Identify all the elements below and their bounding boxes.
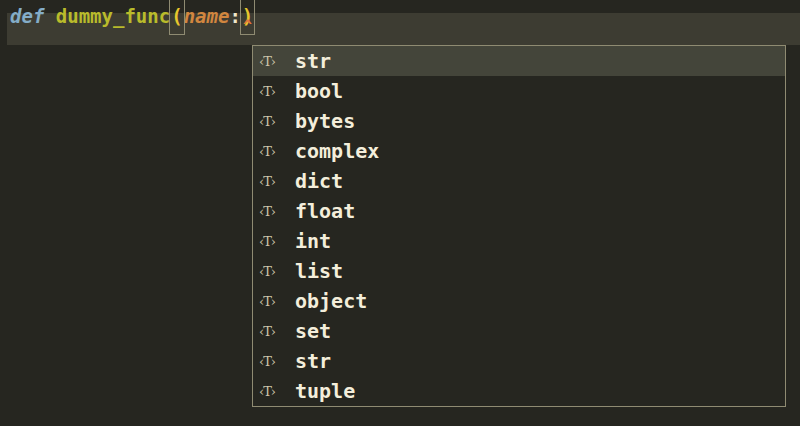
autocomplete-item-label: object — [295, 289, 367, 313]
code-token-punct: : — [229, 0, 240, 32]
autocomplete-item-label: str — [295, 49, 331, 73]
type-kind-icon: ‹T› — [259, 384, 287, 399]
autocomplete-item-label: bool — [295, 79, 343, 103]
code-token-function: dummy_func — [56, 0, 170, 32]
type-kind-icon: ‹T› — [259, 204, 287, 219]
type-kind-icon: ‹T› — [259, 234, 287, 249]
code-token-paren: ( — [170, 0, 183, 34]
code-line[interactable]: def dummy_func(name:)^ — [10, 0, 254, 32]
autocomplete-item[interactable]: ‹T›tuple — [253, 376, 785, 406]
code-token-keyword: def — [10, 0, 44, 32]
autocomplete-popup: ‹T›str‹T›bool‹T›bytes‹T›complex‹T›dict‹T… — [252, 45, 786, 407]
type-kind-icon: ‹T› — [259, 84, 287, 99]
type-kind-icon: ‹T› — [259, 114, 287, 129]
autocomplete-item[interactable]: ‹T›set — [253, 316, 785, 346]
type-kind-icon: ‹T› — [259, 324, 287, 339]
autocomplete-item-label: set — [295, 319, 331, 343]
autocomplete-item-label: int — [295, 229, 331, 253]
autocomplete-item[interactable]: ‹T›bool — [253, 76, 785, 106]
autocomplete-item[interactable]: ‹T›bytes — [253, 106, 785, 136]
autocomplete-item[interactable]: ‹T›float — [253, 196, 785, 226]
autocomplete-item-label: complex — [295, 139, 379, 163]
autocomplete-item-label: bytes — [295, 109, 355, 133]
autocomplete-item[interactable]: ‹T›int — [253, 226, 785, 256]
type-kind-icon: ‹T› — [259, 144, 287, 159]
code-token-paren: )^ — [241, 0, 254, 34]
autocomplete-item-selected[interactable]: ‹T›str — [253, 46, 785, 76]
type-kind-icon: ‹T› — [259, 294, 287, 309]
autocomplete-item-label: str — [295, 349, 331, 373]
type-kind-icon: ‹T› — [259, 54, 287, 69]
autocomplete-item[interactable]: ‹T›dict — [253, 166, 785, 196]
autocomplete-item-label: list — [295, 259, 343, 283]
type-kind-icon: ‹T› — [259, 354, 287, 369]
code-token-plain — [44, 0, 55, 32]
type-kind-icon: ‹T› — [259, 174, 287, 189]
code-token-param: name — [184, 0, 230, 32]
autocomplete-item-label: dict — [295, 169, 343, 193]
error-caret-icon: ^ — [243, 19, 252, 34]
autocomplete-item-label: float — [295, 199, 355, 223]
autocomplete-item[interactable]: ‹T›complex — [253, 136, 785, 166]
type-kind-icon: ‹T› — [259, 264, 287, 279]
autocomplete-item-label: tuple — [295, 379, 355, 403]
autocomplete-item[interactable]: ‹T›list — [253, 256, 785, 286]
autocomplete-item[interactable]: ‹T›str — [253, 346, 785, 376]
autocomplete-item[interactable]: ‹T›object — [253, 286, 785, 316]
